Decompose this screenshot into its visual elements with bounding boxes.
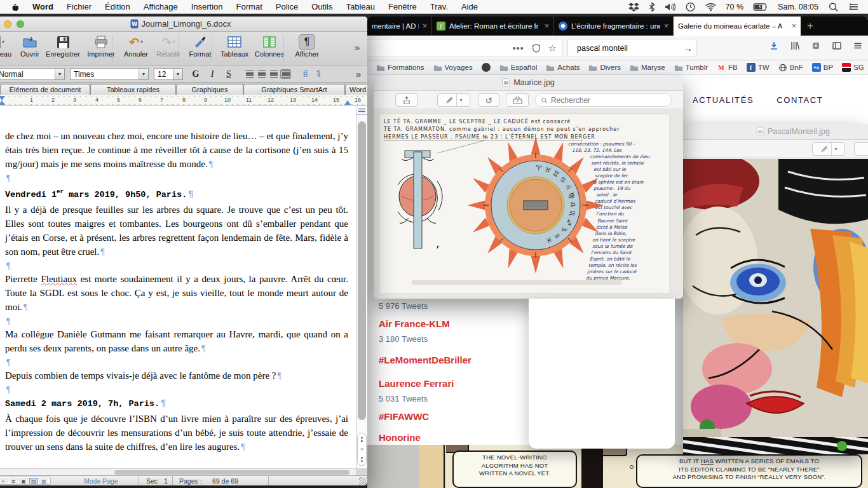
menu-trav[interactable]: Trav. xyxy=(430,2,448,11)
tab-close-icon[interactable]: × xyxy=(792,22,796,30)
right-indent-marker[interactable] xyxy=(344,100,351,105)
justify-button[interactable] xyxy=(280,69,291,79)
menu-insertion[interactable]: Insertion xyxy=(191,2,223,11)
menu-police[interactable]: Police xyxy=(276,2,298,11)
rotate-button[interactable]: ↺ xyxy=(478,93,499,107)
downloads-icon[interactable] xyxy=(769,41,779,51)
menu-outils[interactable]: Outils xyxy=(311,2,332,11)
markup-button[interactable]: ▾ xyxy=(812,142,845,156)
vertical-scrollbar[interactable]: ▲▲ ○ ▼▼ xyxy=(356,106,367,468)
hamburger-menu-icon[interactable] xyxy=(853,41,863,51)
nav-contact[interactable]: CONTACT xyxy=(776,95,823,105)
bookmark-folder[interactable]: Voyages xyxy=(433,64,473,72)
bookmark-facebook[interactable]: fTW xyxy=(747,63,770,72)
extension-icon[interactable] xyxy=(811,41,821,51)
notebook-view-button[interactable]: ▥ xyxy=(39,478,48,484)
minimize-window-button[interactable] xyxy=(4,20,11,28)
clipped-button[interactable] xyxy=(854,142,868,156)
document-page[interactable]: de chez moi – un nouveau chez moi, encor… xyxy=(0,106,356,468)
menu-word[interactable]: Word xyxy=(32,2,53,11)
trend-item[interactable]: Laurence Ferrari xyxy=(379,378,538,390)
formatbar-overflow-icon[interactable]: » xyxy=(356,69,361,79)
zoom-window-button[interactable] xyxy=(17,20,24,28)
bluetooth-icon[interactable] xyxy=(649,2,655,12)
browser-tab-3[interactable]: L’écriture fragmentaire : une × xyxy=(554,17,674,36)
menu-affichage[interactable]: Affichage xyxy=(144,2,178,11)
horizontal-scrollbar[interactable] xyxy=(0,468,356,475)
align-right-button[interactable] xyxy=(268,69,279,79)
markup-button[interactable]: ▾ xyxy=(437,93,470,107)
tab-smartart[interactable]: Graphiques SmartArt xyxy=(243,84,345,95)
tab-close-icon[interactable]: × xyxy=(664,22,668,30)
search-bar[interactable]: → xyxy=(567,39,696,57)
toolbox-button[interactable] xyxy=(506,93,529,107)
align-left-button[interactable] xyxy=(244,69,255,79)
bookmark-folder[interactable]: Tumblr xyxy=(674,64,708,72)
browser-tab-1[interactable]: mentaire | AD H × xyxy=(367,17,432,36)
select-browse-object-button[interactable]: ○ xyxy=(360,447,363,452)
ruler[interactable]: 1 2 3 4 5 6 7 8 9 10 11 12 13 14 15 16 xyxy=(0,95,367,106)
search-go-icon[interactable]: → xyxy=(683,43,693,53)
trend-item[interactable]: #FIFAWWC xyxy=(379,411,538,423)
word-titlebar[interactable]: W Journal_Limongi_6.docx xyxy=(0,17,367,32)
preview-search-field[interactable] xyxy=(535,93,672,107)
next-page-button[interactable]: ▼▼ xyxy=(360,457,363,463)
redo-button[interactable]: ↷▾ Rétablir xyxy=(149,34,187,64)
scrollbar-thumb[interactable] xyxy=(114,470,349,475)
sidebar-icon[interactable] xyxy=(832,41,842,51)
share-button[interactable] xyxy=(395,93,418,107)
tab-charts[interactable]: Graphiques xyxy=(176,84,243,95)
time-machine-icon[interactable] xyxy=(685,2,696,12)
tab-elements[interactable]: Éléments de document xyxy=(0,84,90,95)
bookmark-sg[interactable]: SG xyxy=(842,63,864,72)
bookmark-folder[interactable]: Divers xyxy=(588,64,621,72)
browser-tab-2[interactable]: f Atelier: Roman et écriture fr × xyxy=(432,17,554,36)
bookmark-folder[interactable]: Achats xyxy=(546,64,580,72)
bookmark-bnf[interactable]: BnF xyxy=(778,64,803,72)
bullet-list-button[interactable]: •≡•≡•≡ xyxy=(313,69,324,79)
size-combo[interactable]: 12▾ xyxy=(154,68,183,80)
browser-tab-active[interactable]: Galerie du moineau écarlate – A × xyxy=(674,17,801,36)
publishing-view-button[interactable]: ▣ xyxy=(19,478,28,484)
style-combo[interactable]: Normal▾ xyxy=(0,68,65,80)
toolbar-overflow-icon[interactable]: » xyxy=(355,42,360,53)
numbered-list-button[interactable]: 1≡2≡3≡ xyxy=(300,69,311,79)
save-button[interactable]: Enregistrer xyxy=(41,34,85,64)
bookmark-folder[interactable]: Formations xyxy=(376,64,424,72)
menu-edition[interactable]: Édition xyxy=(105,2,130,11)
search-input[interactable] xyxy=(577,44,679,53)
bookmark-bp[interactable]: +xBP xyxy=(812,63,833,72)
bookmark-star-icon[interactable]: ☆ xyxy=(548,43,557,54)
indent-marker-top[interactable] xyxy=(0,96,5,100)
outline-view-button[interactable]: ≣ xyxy=(9,478,18,484)
menu-format[interactable]: Format xyxy=(236,2,262,11)
tab-quick-tables[interactable]: Tableaux rapides xyxy=(90,84,176,95)
tab-close-icon[interactable]: × xyxy=(423,22,427,30)
draft-view-button[interactable]: ≡ xyxy=(0,478,8,484)
italic-button[interactable]: I xyxy=(205,68,220,80)
bold-button[interactable]: G xyxy=(188,68,203,80)
new-document-button[interactable]: ▾ Nouveau xyxy=(0,34,13,64)
split-view-handle[interactable] xyxy=(356,106,367,115)
columns-button[interactable]: Colonnes xyxy=(250,34,288,64)
bookmark-gmail[interactable]: MFB xyxy=(717,63,738,72)
trend-item[interactable]: Air France-KLM xyxy=(379,318,538,330)
tab-close-icon[interactable]: × xyxy=(545,22,549,30)
window-titlebar[interactable]: PascalMonteil.jpg xyxy=(683,124,868,140)
new-tab-button[interactable]: + xyxy=(801,17,820,36)
dropbox-icon[interactable] xyxy=(628,2,639,12)
volume-icon[interactable] xyxy=(665,2,675,12)
preview-search-input[interactable] xyxy=(551,96,666,105)
wifi-icon[interactable] xyxy=(705,2,716,12)
menu-fichier[interactable]: Fichier xyxy=(67,2,92,11)
page-view-button[interactable]: ▤ xyxy=(29,478,38,484)
previous-page-button[interactable]: ▲▲ xyxy=(360,436,363,442)
bookmark-site-icon[interactable] xyxy=(482,63,491,72)
font-combo[interactable]: Times▾ xyxy=(70,68,149,80)
library-icon[interactable] xyxy=(790,41,800,51)
page-actions-icon[interactable]: ••• xyxy=(513,43,524,53)
align-center-button[interactable] xyxy=(256,69,267,79)
scrollbar-thumb[interactable] xyxy=(358,121,366,420)
trend-item[interactable]: #LeMomentDeBriller xyxy=(379,355,538,366)
window-titlebar[interactable]: Maurice.jpg xyxy=(374,75,683,91)
